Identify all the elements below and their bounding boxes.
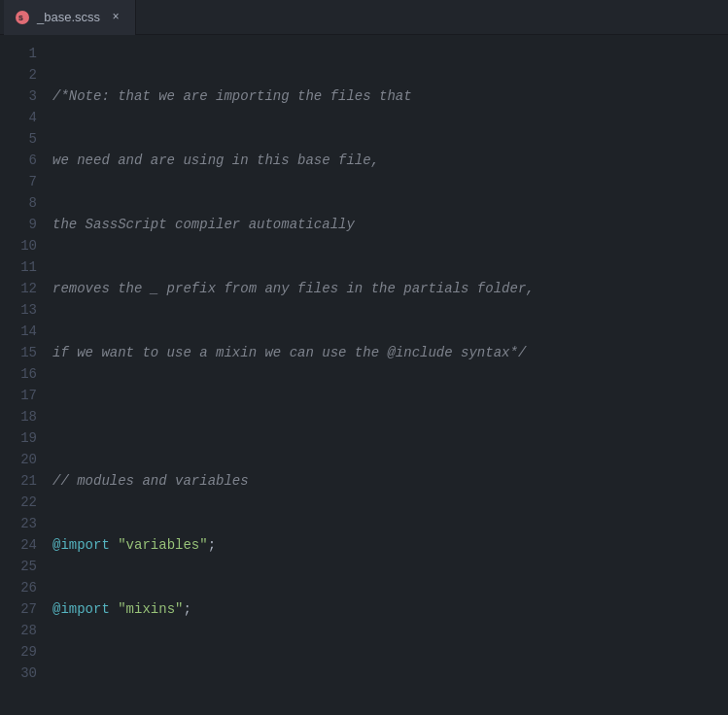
scss-svg: S (17, 13, 27, 22)
tab-label: _base.scss (37, 10, 100, 24)
line-num-1: 1 (0, 43, 37, 64)
line-num-25: 25 (0, 556, 37, 577)
line-num-5: 5 (0, 128, 37, 150)
code-line-6 (49, 406, 728, 427)
line-num-26: 26 (0, 577, 37, 598)
code-line-8: @import "variables"; (49, 534, 728, 556)
line-num-29: 29 (0, 641, 37, 663)
line-num-23: 23 (0, 513, 37, 534)
code-editor[interactable]: /*Note: that we are importing the files … (49, 35, 728, 715)
line-num-7: 7 (0, 171, 37, 192)
line-num-8: 8 (0, 192, 37, 214)
line-num-22: 22 (0, 492, 37, 513)
line-num-15: 15 (0, 342, 37, 363)
line-num-24: 24 (0, 534, 37, 556)
line-num-18: 18 (0, 406, 37, 427)
code-line-5: if we want to use a mixin we can use the… (49, 342, 728, 363)
code-line-1: /*Note: that we are importing the files … (49, 85, 728, 107)
line-num-27: 27 (0, 598, 37, 620)
editor-area: 1 2 3 4 5 6 7 8 9 10 11 12 13 14 15 16 1… (0, 35, 728, 715)
line-num-6: 6 (0, 150, 37, 171)
line-num-9: 9 (0, 214, 37, 235)
code-line-10 (49, 663, 728, 684)
line-num-2: 2 (0, 64, 37, 85)
line-num-16: 16 (0, 363, 37, 385)
line-num-10: 10 (0, 235, 37, 256)
tab-bar: S _base.scss × (0, 0, 728, 35)
code-line-2: we need and are using in this base file, (49, 150, 728, 171)
scss-icon: S (16, 11, 29, 24)
code-line-9: @import "mixins"; (49, 598, 728, 620)
line-num-4: 4 (0, 107, 37, 128)
code-line-7: // modules and variables (49, 470, 728, 492)
line-num-21: 21 (0, 470, 37, 492)
svg-text:S: S (18, 14, 23, 22)
line-num-13: 13 (0, 299, 37, 321)
line-num-28: 28 (0, 620, 37, 641)
line-num-20: 20 (0, 449, 37, 470)
code-line-3: the SassScript compiler automatically (49, 214, 728, 235)
line-num-30: 30 (0, 663, 37, 684)
line-num-12: 12 (0, 278, 37, 299)
line-num-14: 14 (0, 321, 37, 342)
code-line-4: removes the _ prefix from any files in t… (49, 278, 728, 299)
line-num-19: 19 (0, 427, 37, 449)
line-numbers: 1 2 3 4 5 6 7 8 9 10 11 12 13 14 15 16 1… (0, 35, 49, 715)
line-num-3: 3 (0, 85, 37, 107)
line-num-11: 11 (0, 256, 37, 278)
line-num-17: 17 (0, 385, 37, 406)
tab-close-button[interactable]: × (108, 10, 123, 25)
tab-base-scss[interactable]: S _base.scss × (4, 0, 136, 35)
